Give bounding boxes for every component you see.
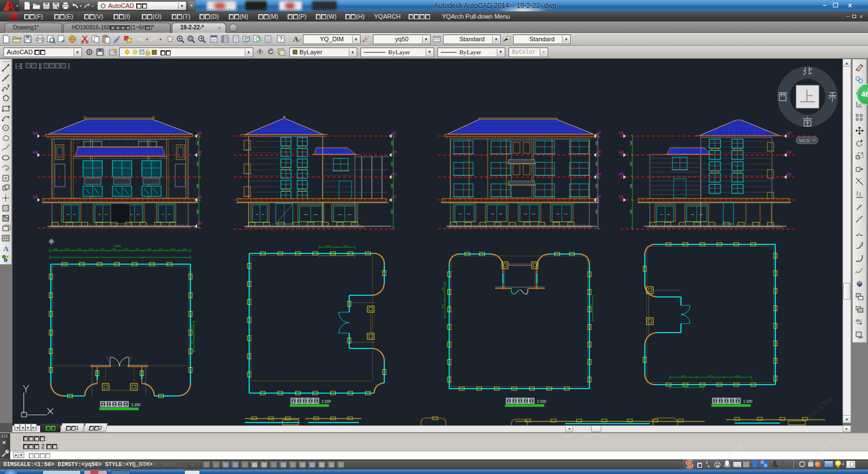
svg-text:A: A [3, 244, 9, 253]
svg-text:1946: 1946 [77, 248, 81, 251]
svg-text:3240: 3240 [191, 325, 193, 329]
svg-text:2238: 2238 [124, 248, 128, 251]
svg-text:1:100: 1:100 [131, 403, 141, 407]
svg-text:3000: 3000 [197, 141, 199, 145]
svg-text:3000: 3000 [596, 209, 598, 214]
svg-text:[-][: [-][ [15, 62, 23, 69]
svg-text:24240: 24240 [114, 245, 121, 248]
svg-text:3.000: 3.000 [787, 150, 792, 153]
svg-text:3000: 3000 [197, 162, 199, 166]
svg-text:2865: 2865 [112, 248, 116, 251]
svg-text:3.000: 3.000 [197, 222, 202, 224]
svg-text:3.000: 3.000 [596, 195, 601, 197]
svg-text:3.000: 3.000 [33, 150, 38, 153]
svg-text:1:100: 1:100 [322, 399, 331, 403]
svg-text:3000: 3000 [596, 141, 598, 145]
svg-text:3.000: 3.000 [392, 150, 397, 153]
svg-text:][: ][ [38, 62, 42, 69]
svg-text:3000: 3000 [391, 141, 393, 145]
svg-text:3.000: 3.000 [596, 150, 601, 153]
svg-text:WCS: WCS [799, 138, 810, 143]
svg-text:1800: 1800 [53, 248, 58, 251]
svg-text:3.000: 3.000 [596, 131, 601, 133]
svg-text:2573: 2573 [344, 245, 348, 247]
svg-text:1800: 1800 [681, 375, 685, 377]
svg-text:3.000: 3.000 [33, 131, 38, 133]
svg-text:3000: 3000 [630, 141, 632, 145]
svg-text:3000: 3000 [596, 162, 598, 166]
svg-text:3240: 3240 [590, 304, 592, 308]
svg-text:3.000: 3.000 [197, 195, 202, 197]
svg-text:1946: 1946 [736, 375, 740, 377]
svg-text:3000: 3000 [197, 184, 199, 188]
svg-text:3.000: 3.000 [619, 195, 624, 197]
svg-text:2384: 2384 [147, 248, 151, 251]
svg-text:3240: 3240 [191, 340, 193, 344]
svg-text:1:100: 1:100 [743, 399, 753, 403]
svg-text:3.000: 3.000 [392, 173, 397, 175]
svg-text:2530: 2530 [171, 248, 175, 251]
svg-text:3.000: 3.000 [787, 131, 792, 133]
svg-text:3000: 3000 [391, 209, 393, 214]
svg-text:3000: 3000 [391, 162, 393, 166]
svg-text:2573: 2573 [709, 375, 713, 377]
svg-text:A: A [293, 35, 298, 43]
svg-text:]: ] [68, 62, 70, 69]
svg-text:abc: abc [856, 318, 862, 322]
svg-text:3.000: 3.000 [787, 173, 792, 175]
svg-text:3000: 3000 [197, 209, 199, 214]
svg-text:?: ? [279, 36, 283, 42]
svg-text:3240: 3240 [442, 304, 444, 309]
svg-text:3000: 3000 [596, 184, 598, 188]
svg-text:3000: 3000 [630, 184, 632, 188]
svg-text:3.000: 3.000 [392, 131, 397, 133]
svg-text:3.000: 3.000 [596, 173, 601, 175]
svg-text:2719: 2719 [89, 248, 93, 251]
svg-text:3.000: 3.000 [619, 131, 624, 133]
svg-text:3000: 3000 [391, 184, 393, 188]
svg-text:3011: 3011 [136, 248, 140, 251]
svg-text:3240: 3240 [442, 287, 444, 292]
svg-text:3.000: 3.000 [33, 195, 38, 197]
svg-text:2092: 2092 [100, 248, 105, 251]
svg-text:3.000: 3.000 [619, 173, 624, 175]
svg-text:2573: 2573 [65, 248, 70, 251]
svg-text:3.000: 3.000 [619, 150, 624, 153]
svg-text:3.000: 3.000 [197, 131, 202, 133]
svg-text:1800: 1800 [326, 245, 331, 247]
svg-text:1:100: 1:100 [537, 399, 546, 403]
svg-text:3.000: 3.000 [197, 150, 202, 153]
svg-text:1903: 1903 [183, 248, 187, 251]
svg-text:3000: 3000 [630, 209, 632, 214]
svg-text:3000: 3000 [630, 162, 632, 166]
svg-text:3157: 3157 [159, 248, 163, 251]
svg-text:3.000: 3.000 [392, 195, 397, 197]
